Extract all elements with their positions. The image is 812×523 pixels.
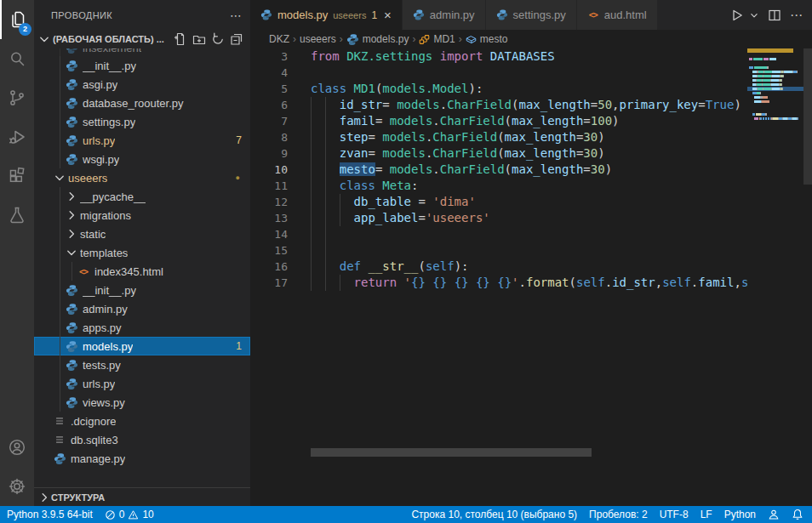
line-number: 6 (250, 97, 288, 113)
code-line[interactable]: 15 (250, 242, 747, 259)
status-notifications[interactable] (792, 509, 803, 520)
tree-file-asgi.py[interactable]: asgi.py (34, 75, 250, 94)
tree-folder-__pycache__[interactable]: __pycache__ (34, 187, 250, 206)
run-dropdown-chevron-icon[interactable] (749, 10, 759, 20)
line-number: 10 (250, 162, 288, 178)
tree-file-urls.py[interactable]: urls.py7 (34, 131, 250, 150)
tab-admin.py[interactable]: admin.py (403, 0, 486, 30)
indent-guide (311, 210, 312, 226)
explorer-more-icon[interactable]: ⋯ (230, 9, 242, 22)
code-line[interactable]: 9 zvan= models.CharField(max_length=30) (250, 145, 747, 162)
tree-file-tests.py[interactable]: tests.py (34, 355, 250, 374)
code-line[interactable]: 11 class Meta: (250, 178, 747, 194)
source-control-icon[interactable] (0, 78, 34, 117)
tree-folder-templates[interactable]: templates (34, 243, 250, 262)
account-icon[interactable] (0, 428, 34, 467)
line-number: 15 (250, 242, 288, 259)
tree-file-settings.py[interactable]: settings.py (34, 112, 250, 131)
tree-file-__init__.py[interactable]: __init__.py (34, 281, 250, 299)
status-indentation[interactable]: Пробелов: 2 (589, 509, 648, 520)
explorer-icon[interactable]: 2 (0, 0, 34, 39)
refresh-icon[interactable] (211, 32, 225, 46)
tree-file-manage.py[interactable]: manage.py (34, 449, 250, 468)
file-tree: __init__.pyasgi.pydatabase_roouter.pyset… (34, 56, 250, 468)
code-editor[interactable]: 3from DKZ.settings import DATABASES45cla… (250, 48, 747, 480)
tab-aud.html[interactable]: <>aud.html (577, 0, 658, 30)
breadcrumb-item-models.py[interactable]: models.py (346, 33, 409, 46)
tree-file-insexlement[interactable]: insexlement (34, 48, 250, 56)
settings-gear-icon[interactable] (0, 467, 34, 506)
code-line[interactable]: 12 db_table = 'dima' (250, 194, 747, 210)
testing-icon[interactable] (0, 196, 34, 235)
code-line[interactable]: 14 (250, 226, 747, 242)
tree-item-label: urls.py (83, 134, 115, 147)
status-eol[interactable]: LF (700, 509, 712, 520)
status-language-mode[interactable]: Python (724, 509, 756, 520)
tree-folder-migrations[interactable]: migrations (34, 206, 250, 225)
status-problems[interactable]: 010 (105, 509, 154, 520)
code-line[interactable]: 5class MD1(models.Model): (250, 81, 747, 97)
new-file-icon[interactable] (174, 32, 187, 46)
breadcrumb-item-MD1[interactable]: MD1 (419, 33, 455, 45)
tree-item-label: .dcignore (71, 415, 116, 428)
tab-models.py[interactable]: models.pyuseeers1× (250, 0, 403, 30)
code-line[interactable]: 13 app_label='useeers' (250, 210, 747, 226)
status-label: UTF-8 (660, 509, 689, 520)
tree-file-admin.py[interactable]: admin.py (34, 299, 250, 318)
code-line[interactable]: 10 mesto= models.CharField(max_length=30… (250, 162, 747, 178)
indent-guide (60, 393, 60, 412)
vertical-scrollbar[interactable] (803, 48, 812, 480)
breadcrumb-item-mesto[interactable]: mesto (466, 33, 508, 45)
tree-file-index345.html[interactable]: <>index345.html (34, 262, 250, 281)
tree-file-db.sqlite3[interactable]: db.sqlite3 (34, 430, 250, 449)
tree-file-apps.py[interactable]: apps.py (34, 318, 250, 337)
status-cursor-position[interactable]: Строка 10, столбец 10 (выбрано 5) (411, 509, 577, 520)
tree-file-models.py[interactable]: models.py1 (34, 337, 250, 355)
partially-scrolled-tree-item[interactable]: insexlement (34, 48, 250, 56)
more-actions-icon[interactable]: ⋯ (790, 8, 803, 23)
python-file-icon (65, 377, 78, 390)
close-tab-icon[interactable]: × (384, 9, 392, 21)
chevron-right-icon (65, 190, 78, 203)
run-debug-icon[interactable] (0, 117, 34, 156)
code-line[interactable]: 16 def __str__(self): (250, 259, 747, 275)
python-file-icon (260, 9, 272, 21)
horizontal-scrollbar-thumb[interactable] (311, 448, 592, 457)
outline-section-header[interactable]: СТРУКТУРА (34, 487, 250, 506)
tree-file-views.py[interactable]: views.py (34, 393, 250, 412)
run-python-file-icon[interactable] (730, 9, 744, 22)
split-editor-icon[interactable] (768, 9, 781, 22)
python-file-icon (65, 339, 78, 353)
tree-folder-static[interactable]: static (34, 225, 250, 243)
code-line-content (311, 242, 747, 259)
indent-guide (340, 194, 340, 210)
search-icon[interactable] (0, 39, 34, 78)
code-line[interactable]: 17 return '{} {} {} {} {}'.format(self.i… (250, 275, 747, 291)
minimap[interactable] (747, 48, 803, 457)
status-encoding[interactable]: UTF-8 (660, 509, 689, 520)
tree-file-wsgi.py[interactable]: wsgi.py (34, 150, 250, 168)
tab-settings.py[interactable]: settings.py (486, 0, 577, 30)
status-bar: Python 3.9.5 64-bit010 Строка 10, столбе… (0, 506, 812, 523)
collapse-all-icon[interactable] (230, 32, 243, 46)
breadcrumb-item-DKZ[interactable]: DKZ (269, 33, 289, 45)
code-line[interactable]: 8 step= models.CharField(max_length=30) (250, 129, 747, 145)
indent-guide (60, 131, 60, 150)
extensions-icon[interactable] (0, 156, 34, 196)
tree-file-.dcignore[interactable]: .dcignore (34, 412, 250, 430)
status-interpreter[interactable]: Python 3.9.5 64-bit (7, 509, 93, 520)
status-feedback[interactable] (768, 509, 780, 520)
tree-folder-useeers[interactable]: useeers● (34, 168, 250, 187)
code-line[interactable]: 7 famil= models.CharField(max_length=100… (250, 113, 747, 129)
tree-file-database_roouter.py[interactable]: database_roouter.py (34, 94, 250, 112)
tree-file-__init__.py[interactable]: __init__.py (34, 56, 250, 75)
vertical-scrollbar-thumb[interactable] (803, 48, 812, 185)
code-line[interactable]: 3from DKZ.settings import DATABASES (250, 48, 747, 65)
indent-guide (60, 150, 60, 168)
workspace-section-header[interactable]: (РАБОЧАЯ ОБЛАСТЬ) ... (34, 30, 250, 48)
new-folder-icon[interactable] (192, 32, 206, 46)
breadcrumb-item-useeers[interactable]: useeers (300, 33, 336, 45)
code-line[interactable]: 4 (250, 65, 747, 81)
tree-file-urls.py[interactable]: urls.py (34, 374, 250, 393)
code-line[interactable]: 6 id_str= models.CharField(max_length=50… (250, 97, 747, 113)
